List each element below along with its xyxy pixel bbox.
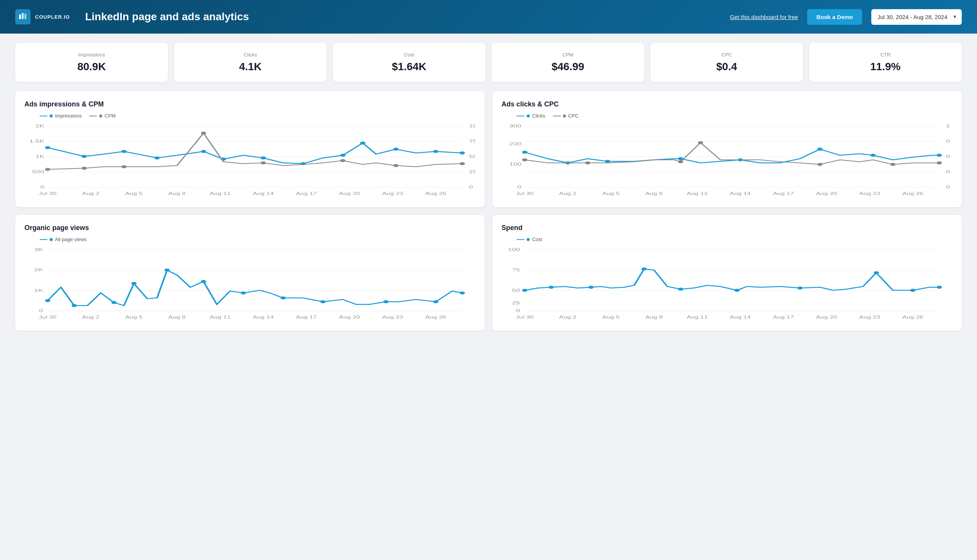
svg-text:25: 25 [469, 169, 476, 174]
legend-clicks-label: Clicks [532, 113, 545, 118]
svg-text:Aug 5: Aug 5 [602, 315, 620, 319]
chart-clicks-cpc-svg: 300 200 100 0 1 0.75 0.5 0.25 0 [501, 122, 953, 198]
date-range-wrapper: Jul 30, 2024 - Aug 28, 2024 ▼ [871, 9, 962, 25]
chart-impressions-cpm: Ads impressions & CPM Impressions CPM 2K [15, 91, 485, 207]
metric-label: Cost [341, 52, 478, 58]
svg-text:100: 100 [469, 123, 476, 128]
header: COUPLER.IO LinkedIn page and ads analyti… [0, 0, 977, 33]
legend-cpm: CPM [89, 113, 116, 118]
legend-cpm-label: CPM [105, 113, 116, 118]
svg-point-33 [121, 165, 127, 168]
svg-text:0: 0 [469, 185, 473, 189]
legend-cpc: CPC [553, 113, 579, 118]
logo-icon [15, 9, 30, 24]
get-dashboard-link[interactable]: Get this dashboard for free [730, 14, 798, 20]
svg-text:Aug 2: Aug 2 [82, 315, 100, 319]
book-demo-button[interactable]: Book a Demo [807, 9, 862, 25]
legend-page-views-label: All page views [55, 237, 87, 242]
svg-text:100: 100 [509, 162, 521, 166]
chart-spend: Spend Cost 100 75 50 25 0 [492, 215, 962, 331]
svg-point-107 [459, 292, 465, 295]
svg-point-30 [459, 152, 465, 155]
svg-text:50: 50 [469, 154, 476, 159]
legend-impressions-label: Impressions [55, 113, 82, 118]
svg-text:Aug 23: Aug 23 [859, 315, 880, 319]
svg-text:Aug 11: Aug 11 [686, 315, 708, 319]
svg-point-68 [817, 148, 822, 151]
svg-point-72 [585, 162, 590, 164]
svg-text:Aug 8: Aug 8 [645, 192, 663, 196]
svg-point-99 [131, 282, 137, 285]
svg-point-28 [393, 148, 398, 151]
svg-point-38 [459, 162, 465, 165]
svg-text:1K: 1K [35, 154, 45, 159]
svg-text:Aug 14: Aug 14 [730, 192, 751, 196]
svg-point-22 [201, 150, 206, 153]
svg-text:Aug 17: Aug 17 [296, 315, 317, 319]
svg-text:1: 1 [946, 123, 950, 128]
svg-text:Aug 23: Aug 23 [859, 192, 880, 196]
svg-point-132 [734, 289, 740, 292]
svg-text:Jul 30: Jul 30 [39, 315, 57, 319]
svg-point-101 [201, 280, 206, 283]
svg-text:0: 0 [39, 308, 43, 313]
svg-text:Aug 20: Aug 20 [339, 315, 360, 319]
svg-text:Aug 20: Aug 20 [339, 192, 360, 196]
svg-text:1.5K: 1.5K [29, 139, 45, 143]
svg-text:Aug 17: Aug 17 [773, 315, 794, 319]
svg-text:Aug 20: Aug 20 [816, 192, 837, 196]
metric-value: $0.4 [658, 61, 795, 73]
legend-all-page-views: All page views [40, 237, 87, 242]
legend-clicks: Clicks [517, 113, 545, 118]
metric-value: 4.1K [182, 61, 319, 73]
metric-label: Clicks [182, 52, 319, 58]
logo-text: COUPLER.IO [35, 14, 70, 20]
legend-impressions: Impressions [40, 113, 82, 118]
metric-label: CTR [817, 52, 954, 58]
svg-text:100: 100 [508, 247, 520, 252]
svg-point-136 [937, 286, 942, 289]
metric-label: CPC [658, 52, 795, 58]
metric-label: CPM [499, 52, 636, 58]
svg-text:500: 500 [32, 169, 44, 174]
legend-impressions-dot [50, 115, 53, 117]
svg-rect-0 [19, 15, 21, 19]
svg-point-20 [121, 150, 127, 153]
svg-point-21 [155, 157, 160, 160]
svg-text:Aug 17: Aug 17 [296, 192, 317, 196]
svg-text:0: 0 [516, 308, 520, 313]
svg-point-71 [522, 158, 528, 162]
legend-clicks-line [517, 116, 524, 117]
svg-point-131 [678, 288, 683, 291]
metrics-row: Impressions 80.9K Clicks 4.1K Cost $1.64… [15, 43, 962, 82]
metric-value: $46.99 [499, 61, 636, 73]
svg-point-24 [261, 157, 266, 160]
svg-point-133 [797, 287, 803, 290]
svg-text:Aug 8: Aug 8 [645, 315, 663, 319]
svg-text:Aug 26: Aug 26 [902, 315, 923, 319]
metric-card-cost: Cost $1.64K [333, 43, 486, 82]
svg-text:Aug 2: Aug 2 [82, 192, 100, 196]
svg-point-130 [641, 267, 647, 270]
svg-point-135 [910, 289, 915, 292]
chart-clicks-cpc-container: 300 200 100 0 1 0.75 0.5 0.25 0 [501, 122, 953, 198]
chart-organic-views-title: Organic page views [24, 224, 476, 232]
svg-text:3K: 3K [34, 247, 43, 252]
logo-area: COUPLER.IO [15, 9, 70, 24]
svg-point-69 [870, 154, 875, 157]
svg-rect-1 [22, 13, 23, 19]
svg-text:Aug 2: Aug 2 [559, 315, 577, 319]
svg-text:0.75: 0.75 [946, 139, 953, 143]
date-range-selector[interactable]: Jul 30, 2024 - Aug 28, 2024 [871, 9, 962, 25]
svg-text:Aug 8: Aug 8 [168, 192, 186, 196]
svg-point-74 [698, 141, 703, 144]
svg-text:Jul 30: Jul 30 [516, 315, 534, 319]
svg-point-127 [522, 289, 528, 292]
legend-cost-dot [527, 238, 530, 241]
svg-point-96 [45, 299, 50, 302]
main-content: Impressions 80.9K Clicks 4.1K Cost $1.64… [0, 33, 977, 340]
svg-point-32 [81, 167, 87, 170]
metric-card-ctr: CTR 11.9% [809, 43, 962, 82]
metric-value: $1.64K [341, 61, 478, 73]
metric-card-clicks: Clicks 4.1K [174, 43, 327, 82]
